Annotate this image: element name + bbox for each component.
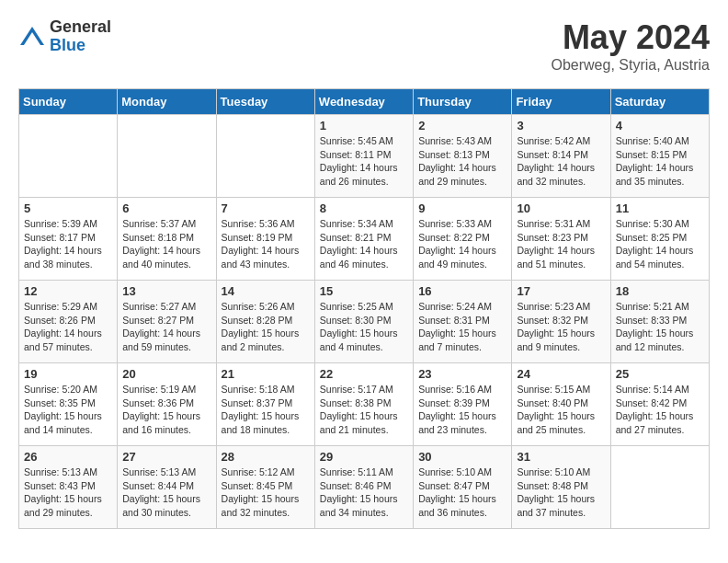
calendar-header: SundayMondayTuesdayWednesdayThursdayFrid… xyxy=(19,89,710,115)
day-info: Sunrise: 5:31 AM Sunset: 8:23 PM Dayligh… xyxy=(517,217,605,271)
header-day-friday: Friday xyxy=(512,89,610,115)
day-cell: 11Sunrise: 5:30 AM Sunset: 8:25 PM Dayli… xyxy=(610,198,709,281)
day-cell: 2Sunrise: 5:43 AM Sunset: 8:13 PM Daylig… xyxy=(414,115,512,198)
day-number: 4 xyxy=(616,119,704,132)
calendar-body: 1Sunrise: 5:45 AM Sunset: 8:11 PM Daylig… xyxy=(19,115,710,529)
day-info: Sunrise: 5:20 AM Sunset: 8:35 PM Dayligh… xyxy=(24,383,112,437)
day-number: 20 xyxy=(122,367,210,381)
day-number: 14 xyxy=(222,284,310,298)
day-cell: 3Sunrise: 5:42 AM Sunset: 8:14 PM Daylig… xyxy=(512,115,610,198)
day-info: Sunrise: 5:21 AM Sunset: 8:33 PM Dayligh… xyxy=(616,300,704,354)
day-number: 17 xyxy=(517,284,605,298)
day-info: Sunrise: 5:19 AM Sunset: 8:36 PM Dayligh… xyxy=(122,383,210,437)
day-cell: 1Sunrise: 5:45 AM Sunset: 8:11 PM Daylig… xyxy=(314,115,413,198)
day-info: Sunrise: 5:25 AM Sunset: 8:30 PM Dayligh… xyxy=(320,300,408,354)
page-header: General Blue May 2024 Oberweg, Styria, A… xyxy=(18,18,710,74)
week-row-4: 19Sunrise: 5:20 AM Sunset: 8:35 PM Dayli… xyxy=(19,363,710,446)
day-info: Sunrise: 5:39 AM Sunset: 8:17 PM Dayligh… xyxy=(24,217,112,271)
day-number: 5 xyxy=(24,201,112,215)
day-cell: 18Sunrise: 5:21 AM Sunset: 8:33 PM Dayli… xyxy=(610,281,709,363)
day-info: Sunrise: 5:26 AM Sunset: 8:28 PM Dayligh… xyxy=(222,300,310,354)
day-cell: 28Sunrise: 5:12 AM Sunset: 8:45 PM Dayli… xyxy=(216,446,314,529)
day-info: Sunrise: 5:10 AM Sunset: 8:48 PM Dayligh… xyxy=(517,465,605,520)
header-day-wednesday: Wednesday xyxy=(314,89,413,115)
header-day-sunday: Sunday xyxy=(19,89,118,115)
week-row-1: 1Sunrise: 5:45 AM Sunset: 8:11 PM Daylig… xyxy=(19,115,710,198)
calendar-title: May 2024 xyxy=(551,18,710,57)
day-number: 26 xyxy=(24,450,112,464)
day-number: 10 xyxy=(517,201,605,215)
week-row-2: 5Sunrise: 5:39 AM Sunset: 8:17 PM Daylig… xyxy=(19,198,710,281)
day-info: Sunrise: 5:33 AM Sunset: 8:22 PM Dayligh… xyxy=(418,217,506,271)
day-info: Sunrise: 5:37 AM Sunset: 8:18 PM Dayligh… xyxy=(122,217,210,271)
calendar-subtitle: Oberweg, Styria, Austria xyxy=(551,57,710,74)
day-cell: 31Sunrise: 5:10 AM Sunset: 8:48 PM Dayli… xyxy=(512,446,610,529)
day-number: 8 xyxy=(320,201,408,215)
logo: General Blue xyxy=(18,18,111,55)
day-info: Sunrise: 5:14 AM Sunset: 8:42 PM Dayligh… xyxy=(616,383,704,437)
day-cell: 25Sunrise: 5:14 AM Sunset: 8:42 PM Dayli… xyxy=(610,363,709,446)
day-number: 19 xyxy=(24,367,112,381)
day-cell: 17Sunrise: 5:23 AM Sunset: 8:32 PM Dayli… xyxy=(512,281,610,363)
day-info: Sunrise: 5:18 AM Sunset: 8:37 PM Dayligh… xyxy=(222,383,310,437)
day-cell: 13Sunrise: 5:27 AM Sunset: 8:27 PM Dayli… xyxy=(118,281,216,363)
week-row-5: 26Sunrise: 5:13 AM Sunset: 8:43 PM Dayli… xyxy=(19,446,710,529)
day-cell: 29Sunrise: 5:11 AM Sunset: 8:46 PM Dayli… xyxy=(314,446,413,529)
day-number: 1 xyxy=(320,119,408,132)
day-number: 7 xyxy=(222,201,310,215)
day-info: Sunrise: 5:10 AM Sunset: 8:47 PM Dayligh… xyxy=(418,465,506,520)
day-cell: 6Sunrise: 5:37 AM Sunset: 8:18 PM Daylig… xyxy=(118,198,216,281)
day-number: 24 xyxy=(517,367,605,381)
day-cell: 4Sunrise: 5:40 AM Sunset: 8:15 PM Daylig… xyxy=(610,115,709,198)
day-cell: 9Sunrise: 5:33 AM Sunset: 8:22 PM Daylig… xyxy=(414,198,512,281)
day-cell: 20Sunrise: 5:19 AM Sunset: 8:36 PM Dayli… xyxy=(118,363,216,446)
day-info: Sunrise: 5:34 AM Sunset: 8:21 PM Dayligh… xyxy=(320,217,408,271)
day-number: 23 xyxy=(418,367,506,381)
day-cell: 7Sunrise: 5:36 AM Sunset: 8:19 PM Daylig… xyxy=(216,198,314,281)
header-day-saturday: Saturday xyxy=(610,89,709,115)
day-number: 22 xyxy=(320,367,408,381)
day-number: 25 xyxy=(616,367,704,381)
day-number: 16 xyxy=(418,284,506,298)
day-number: 9 xyxy=(418,201,506,215)
title-block: May 2024 Oberweg, Styria, Austria xyxy=(551,18,710,74)
day-cell: 26Sunrise: 5:13 AM Sunset: 8:43 PM Dayli… xyxy=(19,446,118,529)
day-cell xyxy=(216,115,314,198)
day-cell: 24Sunrise: 5:15 AM Sunset: 8:40 PM Dayli… xyxy=(512,363,610,446)
day-number: 6 xyxy=(122,201,210,215)
day-number: 27 xyxy=(122,450,210,464)
header-day-tuesday: Tuesday xyxy=(216,89,314,115)
day-info: Sunrise: 5:30 AM Sunset: 8:25 PM Dayligh… xyxy=(616,217,704,271)
day-info: Sunrise: 5:45 AM Sunset: 8:11 PM Dayligh… xyxy=(320,134,408,189)
header-day-thursday: Thursday xyxy=(414,89,512,115)
day-number: 11 xyxy=(616,201,704,215)
day-cell: 23Sunrise: 5:16 AM Sunset: 8:39 PM Dayli… xyxy=(414,363,512,446)
header-day-monday: Monday xyxy=(118,89,216,115)
day-number: 12 xyxy=(24,284,112,298)
logo-general: General xyxy=(50,18,111,37)
day-number: 18 xyxy=(616,284,704,298)
week-row-3: 12Sunrise: 5:29 AM Sunset: 8:26 PM Dayli… xyxy=(19,281,710,363)
day-number: 21 xyxy=(222,367,310,381)
day-info: Sunrise: 5:43 AM Sunset: 8:13 PM Dayligh… xyxy=(418,134,506,189)
day-number: 3 xyxy=(517,119,605,132)
day-info: Sunrise: 5:15 AM Sunset: 8:40 PM Dayligh… xyxy=(517,383,605,437)
day-info: Sunrise: 5:29 AM Sunset: 8:26 PM Dayligh… xyxy=(24,300,112,354)
day-info: Sunrise: 5:12 AM Sunset: 8:45 PM Dayligh… xyxy=(222,465,310,520)
day-cell: 30Sunrise: 5:10 AM Sunset: 8:47 PM Dayli… xyxy=(414,446,512,529)
day-cell xyxy=(19,115,118,198)
day-cell xyxy=(610,446,709,529)
header-row: SundayMondayTuesdayWednesdayThursdayFrid… xyxy=(19,89,710,115)
day-cell: 10Sunrise: 5:31 AM Sunset: 8:23 PM Dayli… xyxy=(512,198,610,281)
day-cell: 22Sunrise: 5:17 AM Sunset: 8:38 PM Dayli… xyxy=(314,363,413,446)
day-info: Sunrise: 5:42 AM Sunset: 8:14 PM Dayligh… xyxy=(517,134,605,189)
calendar-table: SundayMondayTuesdayWednesdayThursdayFrid… xyxy=(18,88,710,529)
day-info: Sunrise: 5:11 AM Sunset: 8:46 PM Dayligh… xyxy=(320,465,408,520)
day-cell: 16Sunrise: 5:24 AM Sunset: 8:31 PM Dayli… xyxy=(414,281,512,363)
day-number: 31 xyxy=(517,450,605,464)
day-cell: 21Sunrise: 5:18 AM Sunset: 8:37 PM Dayli… xyxy=(216,363,314,446)
day-info: Sunrise: 5:23 AM Sunset: 8:32 PM Dayligh… xyxy=(517,300,605,354)
logo-blue: Blue xyxy=(50,37,111,55)
logo-icon xyxy=(18,23,46,51)
day-info: Sunrise: 5:27 AM Sunset: 8:27 PM Dayligh… xyxy=(122,300,210,354)
